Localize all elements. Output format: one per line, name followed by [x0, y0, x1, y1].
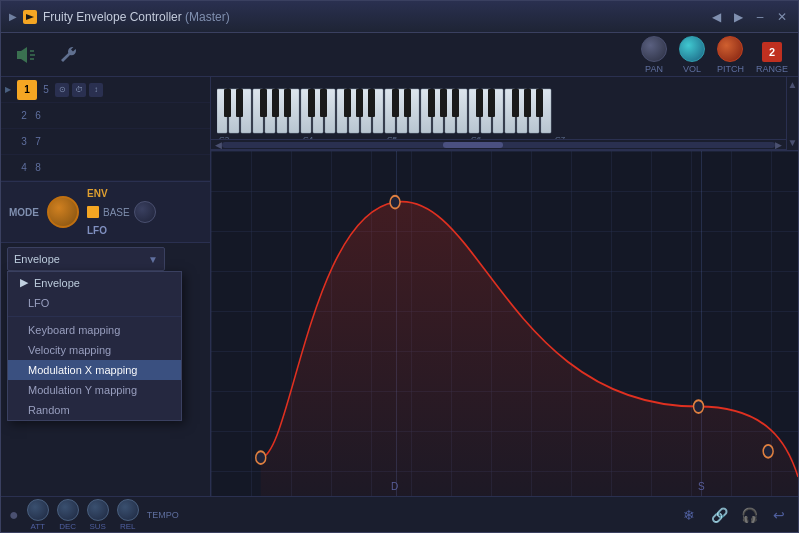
- track-secondary-3: 7: [31, 136, 45, 147]
- track-icon-knob[interactable]: ⊙: [55, 83, 69, 97]
- track-play-1[interactable]: ▶: [1, 85, 15, 94]
- track-icon-pitch[interactable]: ↕: [89, 83, 103, 97]
- track-secondary-2: 6: [31, 110, 45, 121]
- scroll-down-icon[interactable]: ▼: [788, 137, 798, 148]
- base-knob[interactable]: [134, 201, 156, 223]
- track-num-4: 4: [17, 162, 31, 173]
- svg-rect-38: [392, 89, 399, 117]
- envelope-dropdown[interactable]: Envelope ▼: [7, 247, 165, 271]
- svg-point-59: [390, 196, 400, 209]
- mode-controls: MODE ENV BASE LFO: [1, 182, 210, 243]
- vertical-scrollbar[interactable]: ▲ ▼: [786, 77, 798, 150]
- dec-knob[interactable]: [57, 499, 79, 521]
- return-button[interactable]: ↩: [768, 504, 790, 526]
- menu-item-envelope-header[interactable]: ▶ Envelope: [8, 272, 181, 293]
- next-button[interactable]: ▶: [730, 9, 746, 25]
- svg-rect-16: [284, 89, 291, 117]
- pitch-knob[interactable]: [717, 36, 743, 62]
- speaker-button[interactable]: [11, 41, 39, 69]
- menu-item-lfo[interactable]: LFO: [8, 293, 181, 313]
- link-button[interactable]: 🔗: [708, 504, 730, 526]
- add-button[interactable]: ●: [9, 506, 19, 524]
- window-title: Fruity Envelope Controller (Master): [43, 10, 230, 24]
- svg-rect-13: [236, 89, 243, 117]
- menu-separator: [8, 316, 181, 317]
- rel-knob[interactable]: [117, 499, 139, 521]
- dropdown-container: Envelope ▼ ▶ Envelope LFO Keyboard mappi…: [1, 243, 210, 275]
- dec-knob-item: DEC: [57, 499, 79, 531]
- mode-knob[interactable]: [47, 196, 79, 228]
- svg-point-61: [763, 445, 773, 458]
- track-icon-timer[interactable]: ⏱: [72, 83, 86, 97]
- left-panel: ▶ 1 5 ⊙ ⏱ ↕ 2 6 3 7: [1, 77, 211, 496]
- scrollbar-thumb[interactable]: [443, 142, 503, 148]
- svg-rect-52: [488, 89, 495, 117]
- scroll-left-icon[interactable]: ◀: [215, 140, 222, 150]
- sus-knob-item: SUS: [87, 499, 109, 531]
- minimize-button[interactable]: –: [752, 9, 768, 25]
- range-badge[interactable]: 2: [762, 42, 782, 62]
- app-icon: [23, 10, 37, 24]
- base-icon: [87, 206, 99, 218]
- svg-rect-25: [308, 89, 315, 117]
- lfo-label: LFO: [87, 225, 156, 236]
- knob-group: PAN VOL PITCH 2 RANGE: [641, 36, 788, 74]
- dropdown-arrow-icon: ▼: [148, 254, 158, 265]
- pan-label: PAN: [645, 64, 663, 74]
- menu-item-keyboard[interactable]: Keyboard mapping: [8, 320, 181, 340]
- sus-knob[interactable]: [87, 499, 109, 521]
- range-container: 2 RANGE: [756, 42, 788, 74]
- close-button[interactable]: ✕: [774, 9, 790, 25]
- svg-rect-28: [356, 89, 363, 117]
- wrench-button[interactable]: [55, 41, 83, 69]
- pitch-knob-container: PITCH: [717, 36, 744, 74]
- menu-item-velocity[interactable]: Velocity mapping: [8, 340, 181, 360]
- bottom-bar: ● ATT DEC SUS REL TEMPO ❄ 🔗 🎧 ↩: [1, 496, 798, 532]
- vol-knob-container: VOL: [679, 36, 705, 74]
- vol-knob[interactable]: [679, 36, 705, 62]
- svg-text:C4: C4: [303, 135, 314, 139]
- rel-knob-item: REL: [117, 499, 139, 531]
- main-window: ▶ Fruity Envelope Controller (Master) ◀ …: [0, 0, 799, 533]
- att-knob-item: ATT: [27, 499, 49, 531]
- track-row: 4 8: [1, 155, 210, 181]
- svg-rect-40: [428, 89, 435, 117]
- svg-marker-0: [26, 14, 34, 20]
- scroll-right-icon[interactable]: ▶: [775, 140, 782, 150]
- att-knob[interactable]: [27, 499, 49, 521]
- pan-knob[interactable]: [641, 36, 667, 62]
- pan-knob-container: PAN: [641, 36, 667, 74]
- svg-rect-12: [224, 89, 231, 117]
- scroll-up-icon[interactable]: ▲: [788, 79, 798, 90]
- menu-item-random[interactable]: Random: [8, 400, 181, 420]
- mode-options: ENV BASE LFO: [87, 188, 156, 236]
- menu-item-mod-y[interactable]: Modulation Y mapping: [8, 380, 181, 400]
- svg-rect-51: [476, 89, 483, 117]
- prev-button[interactable]: ◀: [708, 9, 724, 25]
- tempo-label: TEMPO: [147, 510, 179, 520]
- svg-text:C5: C5: [387, 135, 398, 139]
- menu-item-mod-x[interactable]: Modulation X mapping: [8, 360, 181, 380]
- horizontal-scrollbar[interactable]: [222, 142, 775, 148]
- svg-rect-15: [272, 89, 279, 117]
- envelope-area[interactable]: D S: [211, 151, 798, 496]
- headphones-button[interactable]: 🎧: [738, 504, 760, 526]
- svg-rect-14: [260, 89, 267, 117]
- range-label: RANGE: [756, 64, 788, 74]
- piano-svg: // JS to generate keys - but we'll do st…: [217, 81, 577, 139]
- snowflake-button[interactable]: ❄: [678, 504, 700, 526]
- sus-label: SUS: [89, 522, 105, 531]
- piano-scrollbar: ◀ ▶: [211, 139, 786, 149]
- svg-rect-41: [440, 89, 447, 117]
- dropdown-menu: ▶ Envelope LFO Keyboard mapping Velocity…: [7, 271, 182, 421]
- rel-label: REL: [120, 522, 136, 531]
- toolbar: PAN VOL PITCH 2 RANGE: [1, 33, 798, 77]
- svg-point-60: [694, 400, 704, 413]
- svg-rect-29: [368, 89, 375, 117]
- track-row: 3 7: [1, 129, 210, 155]
- track-icons-1: ⊙ ⏱ ↕: [55, 83, 103, 97]
- svg-rect-27: [344, 89, 351, 117]
- track-num-active[interactable]: 1: [17, 80, 37, 100]
- expand-arrow[interactable]: ▶: [9, 11, 17, 22]
- track-secondary-4: 8: [31, 162, 45, 173]
